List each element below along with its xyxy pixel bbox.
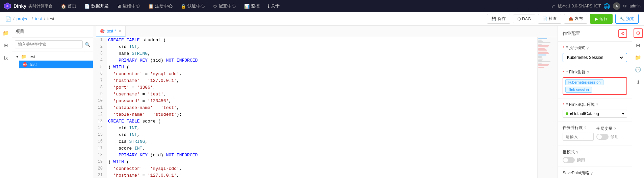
tag-flink-session[interactable]: flink-session [565, 87, 592, 93]
table-row: 20 'connector' = 'mysql-cdc', [93, 166, 537, 173]
version-label: 版本: 1.0.0-SNAPSHOT [558, 3, 601, 9]
flink-cluster-help-icon[interactable]: ? [587, 70, 589, 74]
table-row: 15 sid INT, [93, 132, 537, 139]
breadcrumb-test1[interactable]: test [35, 16, 42, 21]
publish-button[interactable]: 📤 发布 [564, 14, 587, 24]
flink-env-help-icon[interactable]: ? [596, 103, 598, 107]
tab-label: test * [107, 29, 116, 34]
exec-mode-help-icon[interactable]: ? [587, 46, 589, 50]
flink-env-dropdown[interactable]: ●DefaultCatalog ▾ [563, 110, 627, 118]
nav-auth[interactable]: 🔒 认证中心 [177, 2, 208, 10]
global-var-help-icon[interactable]: ? [614, 127, 616, 131]
avatar: A [613, 2, 620, 10]
line-content: 'table-name' = 'student'); [107, 112, 537, 118]
nav-home[interactable]: 🏠 首页 [57, 2, 80, 10]
right-icon-table[interactable]: ⊞ [634, 41, 643, 50]
save-icon: 💾 [491, 17, 496, 21]
breadcrumb-project[interactable]: project [17, 16, 30, 21]
exec-mode-select[interactable]: Kubernetes Session Local Standalone Yarn… [563, 53, 627, 62]
check-button[interactable]: 📄 检查 [538, 14, 561, 24]
save-button[interactable]: 💾 保存 [487, 14, 510, 24]
file-tree: ▼ 📁 test 🎯 test [12, 51, 93, 178]
batch-toggle[interactable] [563, 157, 575, 163]
svg-point-2 [6, 5, 8, 7]
editor-area: 🎯 test * ✕ 1CREATE TABLE student (2 sid … [93, 26, 558, 178]
breadcrumb-current: test [47, 16, 54, 21]
line-number: 5 [93, 64, 107, 71]
nav-ops[interactable]: 🖥 运维中心 [113, 2, 144, 10]
top-navbar: Dinky 实时计算平台 🏠 首页 📄 数据开发 🖥 运维中心 📋 注册中心 🔒… [0, 0, 644, 12]
right-iconbar: ⚙ ⊞ 📁 🕐 ℹ [632, 26, 644, 178]
right-icon-info[interactable]: ℹ [634, 77, 643, 87]
nav-data-dev-label: 数据开发 [91, 3, 109, 9]
nav-auth-label: 认证中心 [187, 3, 205, 9]
app-logo: Dinky 实时计算平台 [3, 2, 53, 10]
line-content: score INT, [107, 146, 537, 152]
table-row: 9 'username' = 'test', [93, 91, 537, 98]
table-row: 6 'connector' = 'mysql-cdc', [93, 71, 537, 78]
table-row: 16 cls STRING, [93, 139, 537, 146]
line-number: 16 [93, 139, 107, 146]
right-icon-clock[interactable]: 🕐 [634, 65, 643, 74]
tree-folder-test[interactable]: ▼ 📁 test [12, 53, 93, 61]
breadcrumb-sep2: / [32, 16, 33, 21]
run-button[interactable]: ▶ 运行 [590, 14, 613, 24]
auth-icon: 🔒 [181, 4, 186, 9]
batch-toggle-label: 禁用 [577, 157, 585, 163]
global-var-toggle-group: 禁用 [596, 134, 627, 140]
config-icon: ⚙ [213, 4, 217, 9]
nav-config[interactable]: ⚙ 配置中心 [210, 2, 239, 10]
savepoint-help-icon[interactable]: ? [591, 171, 593, 175]
line-content: cid INT, [107, 125, 537, 132]
nav-monitor[interactable]: 📊 监控 [241, 2, 263, 10]
line-number: 7 [93, 78, 107, 85]
batch-toggle-group: 禁用 [563, 157, 627, 163]
sidebar-icon-project[interactable]: 📁 [1, 28, 11, 38]
config-settings-button[interactable]: ⚙ [618, 29, 627, 38]
file-icon: 🎯 [22, 62, 28, 67]
parallel-help-icon[interactable]: ? [584, 126, 586, 130]
sidebar-icon-func[interactable]: fx [1, 53, 11, 62]
expand-icon: ⤢ [551, 3, 555, 9]
right-icon-folder[interactable]: 📁 [634, 53, 643, 62]
file-label: test [30, 62, 37, 67]
table-row: 2 sid INT, [93, 44, 537, 51]
line-content: 'hostname' = '127.0.0.1', [107, 173, 537, 178]
search-icon[interactable]: 🔍 [85, 42, 90, 47]
monitor-icon: 📊 [244, 4, 250, 9]
tab-close-button[interactable]: ✕ [119, 29, 121, 33]
tag-kubernetes-session[interactable]: kubernetes-session [565, 79, 603, 85]
parallel-input[interactable] [563, 133, 594, 141]
tree-file-test[interactable]: 🎯 test [19, 61, 93, 68]
table-row: 17 score INT, [93, 146, 537, 152]
batch-help-icon[interactable]: ? [576, 150, 578, 154]
table-row: 5) WITH ( [93, 64, 537, 71]
batch-section: 批模式 ? 禁用 [558, 146, 632, 167]
dropdown-arrow-icon: ▾ [622, 111, 624, 116]
arrow-icon: ▼ [16, 55, 19, 59]
tab-file-icon: 🎯 [100, 29, 105, 34]
nav-data-dev[interactable]: 📄 数据开发 [81, 2, 112, 10]
line-number: 15 [93, 132, 107, 139]
global-var-toggle[interactable] [596, 134, 609, 140]
globe-icon[interactable]: 🌐 [603, 3, 610, 9]
search-input[interactable] [15, 40, 83, 48]
preview-button[interactable]: 🔧 预览 [615, 14, 639, 24]
user-name[interactable]: admin [629, 4, 641, 8]
exec-mode-dropdown[interactable]: Kubernetes Session Local Standalone Yarn… [566, 55, 624, 60]
code-editor[interactable]: 1CREATE TABLE student (2 sid INT,3 name … [93, 37, 537, 178]
file-panel-title: 项目 [12, 26, 93, 38]
right-icon-settings[interactable]: ⚙ [634, 28, 643, 38]
nav-about[interactable]: ℹ 关于 [264, 2, 283, 10]
table-row: 12 'table-name' = 'student'); [93, 112, 537, 118]
editor-content[interactable]: 1CREATE TABLE student (2 sid INT,3 name … [93, 37, 558, 178]
table-row: 21 'hostname' = '127.0.0.1', [93, 173, 537, 178]
sidebar-icon-table[interactable]: ⊞ [1, 41, 11, 50]
table-row: 1CREATE TABLE student ( [93, 37, 537, 44]
editor-tab-test[interactable]: 🎯 test * ✕ [96, 26, 126, 37]
line-number: 4 [93, 58, 107, 64]
dag-button[interactable]: ⬡ DAG [513, 15, 535, 23]
table-row: 18 PRIMARY KEY (cid) NOT ENFORCED [93, 152, 537, 159]
line-content: 'username' = 'test', [107, 91, 537, 98]
nav-register[interactable]: 📋 注册中心 [145, 2, 176, 10]
